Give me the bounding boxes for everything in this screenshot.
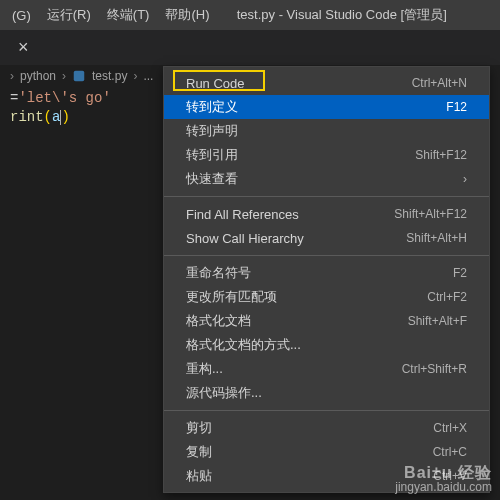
python-file-icon — [72, 69, 86, 83]
svg-rect-0 — [74, 71, 85, 82]
breadcrumb-folder[interactable]: python — [20, 69, 56, 83]
ctx-shortcut: Shift+F12 — [415, 148, 467, 162]
close-icon[interactable]: × — [8, 30, 39, 65]
ctx-shortcut: Shift+Alt+F — [408, 314, 467, 328]
ctx-shortcut: F2 — [453, 266, 467, 280]
menu-item-run[interactable]: 运行(R) — [39, 0, 99, 30]
ctx-label: 格式化文档的方式... — [186, 336, 467, 354]
ctx-cut[interactable]: 剪切 Ctrl+X — [164, 416, 489, 440]
watermark: Bai±u 经验 jingyan.baidu.com — [395, 466, 492, 494]
ctx-goto-definition[interactable]: 转到定义 F12 — [164, 95, 489, 119]
menubar: (G) 运行(R) 终端(T) 帮助(H) test.py - Visual S… — [0, 0, 500, 30]
separator — [164, 255, 489, 256]
ctx-label: Show Call Hierarchy — [186, 231, 406, 246]
menu-item-terminal[interactable]: 终端(T) — [99, 0, 158, 30]
ctx-format-document-with[interactable]: 格式化文档的方式... — [164, 333, 489, 357]
ctx-label: 重命名符号 — [186, 264, 453, 282]
ctx-refactor[interactable]: 重构... Ctrl+Shift+R — [164, 357, 489, 381]
separator — [164, 410, 489, 411]
ctx-label: 剪切 — [186, 419, 433, 437]
ctx-call-hierarchy[interactable]: Show Call Hierarchy Shift+Alt+H — [164, 226, 489, 250]
chevron-icon: › — [133, 69, 137, 83]
separator — [164, 196, 489, 197]
ctx-label: Run Code — [186, 76, 412, 91]
context-menu: Run Code Ctrl+Alt+N 转到定义 F12 转到声明 转到引用 S… — [163, 66, 490, 493]
ctx-shortcut: Shift+Alt+H — [406, 231, 467, 245]
ctx-label: 快速查看 — [186, 170, 463, 188]
ctx-run-code[interactable]: Run Code Ctrl+Alt+N — [164, 71, 489, 95]
menu-item-help[interactable]: 帮助(H) — [157, 0, 217, 30]
ctx-label: 重构... — [186, 360, 402, 378]
ctx-shortcut: Ctrl+Alt+N — [412, 76, 467, 90]
ctx-shortcut: Ctrl+Shift+R — [402, 362, 467, 376]
breadcrumb-more: ... — [143, 69, 153, 83]
watermark-logo: Bai±u 经验 — [395, 466, 492, 480]
ctx-copy[interactable]: 复制 Ctrl+C — [164, 440, 489, 464]
ctx-shortcut: F12 — [446, 100, 467, 114]
ctx-shortcut: Ctrl+X — [433, 421, 467, 435]
ctx-label: 源代码操作... — [186, 384, 467, 402]
ctx-label: 转到引用 — [186, 146, 415, 164]
ctx-goto-references[interactable]: 转到引用 Shift+F12 — [164, 143, 489, 167]
ctx-source-action[interactable]: 源代码操作... — [164, 381, 489, 405]
ctx-label: Find All References — [186, 207, 394, 222]
ctx-change-all-occurrences[interactable]: 更改所有匹配项 Ctrl+F2 — [164, 285, 489, 309]
ctx-shortcut: Shift+Alt+F12 — [394, 207, 467, 221]
ctx-goto-declaration[interactable]: 转到声明 — [164, 119, 489, 143]
chevron-right-icon: › — [463, 172, 467, 186]
ctx-shortcut: Ctrl+C — [433, 445, 467, 459]
window-title: test.py - Visual Studio Code [管理员] — [217, 6, 496, 24]
menu-item-g[interactable]: (G) — [4, 0, 39, 30]
ctx-label: 转到声明 — [186, 122, 467, 140]
tab-bar: × — [0, 30, 500, 65]
ctx-shortcut: Ctrl+F2 — [427, 290, 467, 304]
chevron-icon: › — [10, 69, 14, 83]
ctx-format-document[interactable]: 格式化文档 Shift+Alt+F — [164, 309, 489, 333]
ctx-rename-symbol[interactable]: 重命名符号 F2 — [164, 261, 489, 285]
chevron-icon: › — [62, 69, 66, 83]
ctx-peek[interactable]: 快速查看 › — [164, 167, 489, 191]
ctx-find-all-references[interactable]: Find All References Shift+Alt+F12 — [164, 202, 489, 226]
ctx-label: 复制 — [186, 443, 433, 461]
watermark-url: jingyan.baidu.com — [395, 480, 492, 494]
ctx-label: 转到定义 — [186, 98, 446, 116]
ctx-label: 更改所有匹配项 — [186, 288, 427, 306]
ctx-label: 格式化文档 — [186, 312, 408, 330]
breadcrumb-file[interactable]: test.py — [92, 69, 127, 83]
